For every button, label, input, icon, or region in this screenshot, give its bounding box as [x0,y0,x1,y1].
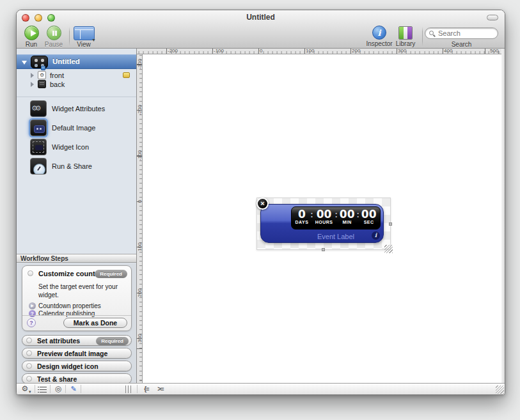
workflow-step-set-attributes[interactable]: Set attributes Required [22,335,132,346]
steps-list-icon[interactable] [37,384,49,394]
source-braces-icon[interactable]: {≡ [141,384,152,394]
vertical-ruler: -300 -200 -100 0 100 200 300 [137,54,143,384]
disclosure-closed-icon[interactable] [31,82,34,87]
action-gear-menu[interactable]: ⚙▾ [19,384,31,394]
view-icon: ▾ [74,26,95,40]
widget-icon-icon [30,139,47,155]
window-title: Untitled [17,10,505,24]
horizontal-ruler: -200 -100 0 100 200 300 400 500 [137,49,501,54]
view-button[interactable]: ▾ View [69,25,98,48]
search-label: Search [425,41,498,48]
window-edge [501,49,505,384]
sidebar-item-front[interactable]: ⚙ front [17,71,136,80]
ruler-label: 100 [137,242,143,251]
step-radio[interactable] [26,350,32,356]
hours-unit: HOURS [315,220,333,224]
design-widget-icon-label: Design widget icon [37,362,98,370]
bottom-bar-separator [50,385,51,393]
inspector-icon: i [372,26,386,40]
workflow-step-customize-countdown[interactable]: Customize countdown Required Set the tar… [22,265,132,331]
sidebar-item-widget-attributes[interactable]: Widget Attributes [17,100,136,120]
splitter-drag-handle[interactable] [125,385,132,393]
step-footer: ? Mark as Done [22,315,131,331]
required-badge: Required [95,270,127,278]
edit-pencil-icon[interactable]: ✎ [68,384,79,394]
ruler-label: 100 [306,48,314,54]
bottom-bar: ⚙▾ ◎ ✎ {≡ >≡ [17,383,505,394]
pause-button[interactable]: Pause [39,25,68,48]
ruler-label: 0 [137,200,143,203]
mark-as-done-button[interactable]: Mark as Done [63,318,127,328]
widget-icon-label: Widget Icon [52,143,89,151]
bottom-bar-separator [35,385,35,393]
workflow-step-design-widget-icon[interactable]: Design widget icon [22,361,132,371]
blue-cube-icon [41,66,45,70]
run-share-icon [30,158,47,175]
test-share-label: Test & share [37,375,77,383]
set-attributes-label: Set attributes [37,337,80,345]
step-radio[interactable] [28,270,33,276]
back-label: back [50,81,65,88]
disclosure-closed-icon[interactable] [31,73,34,78]
target-icon[interactable]: ◎ [52,384,64,394]
inspector-label: Inspector [363,40,395,47]
run-play-icon [24,26,39,40]
widget-info-button[interactable]: i [372,231,380,240]
countdown-properties-label: Countdown properties [38,302,101,309]
step-radio[interactable] [26,363,32,369]
design-canvas[interactable]: 0 DAYS : 00 HOURS : 00 MIN : 00 [143,54,501,384]
ruler-label: 200 [137,288,143,297]
step-radio[interactable] [26,376,32,382]
window-chrome: Untitled Run Pause ▾ View i Inspector [17,10,505,49]
help-button[interactable]: ? [27,318,36,327]
widget-close-button[interactable]: × [256,198,269,210]
hours-value: 00 [315,208,333,221]
indent-list-icon[interactable]: >≡ [155,384,166,394]
note-badge-icon[interactable] [123,72,130,78]
sidebar-item-project[interactable]: Untitled [17,54,136,69]
sidebar-item-widget-icon[interactable]: Widget Icon [17,139,136,158]
sidebar-item-run-share[interactable]: Run & Share [17,158,136,177]
ruler-label: 200 [352,48,360,54]
event-label-text[interactable]: Event Label [291,233,381,240]
search-input[interactable] [438,29,494,38]
resize-handle-right[interactable] [389,222,392,226]
required-badge: Required [96,337,129,345]
front-label: front [50,72,64,79]
disclosure-open-icon[interactable] [22,61,27,65]
library-icon [398,26,413,40]
pause-icon [47,26,61,40]
sidebar-divider [17,97,136,97]
resize-handle-bottom[interactable] [322,248,325,251]
search-field[interactable] [425,27,498,39]
widget-selection-frame[interactable]: 0 DAYS : 00 HOURS : 00 MIN : 00 [256,198,391,250]
inspector-button[interactable]: i Inspector [363,25,395,47]
ruler-label: 500 [490,48,498,54]
search-icon [429,31,434,35]
ruler-label: 300 [398,48,406,54]
toolbar-toggle-pill[interactable] [487,15,498,20]
sidebar: Untitled ⚙ front back Widget Attributes … [17,49,137,384]
list-icon [40,387,47,393]
min-value: 00 [340,208,355,221]
workflow-step-preview-default-image[interactable]: Preview default image [22,348,132,359]
ruler-label: -200 [168,48,178,54]
ruler-label: -100 [214,48,224,54]
widget-resize-grip[interactable] [384,245,393,253]
chevron-down-icon: ▾ [92,37,95,43]
sidebar-item-default-image[interactable]: Default Image [17,120,136,139]
widget-attributes-icon [30,100,47,117]
app-window: Untitled Run Pause ▾ View i Inspector [16,10,505,395]
days-unit: DAYS [295,220,309,224]
sidebar-item-back[interactable]: back [17,80,136,89]
sec-value: 00 [361,208,377,221]
step-radio[interactable] [26,338,32,343]
min-unit: MIN [340,220,355,224]
library-button[interactable]: Library [393,25,418,47]
countdown-widget[interactable]: 0 DAYS : 00 HOURS : 00 MIN : 00 [260,204,384,243]
default-image-icon [30,120,47,136]
window-resize-grip[interactable] [496,385,504,394]
front-page-icon: ⚙ [38,71,46,79]
title-bar[interactable]: Untitled [17,10,505,24]
default-image-label: Default Image [52,124,95,132]
